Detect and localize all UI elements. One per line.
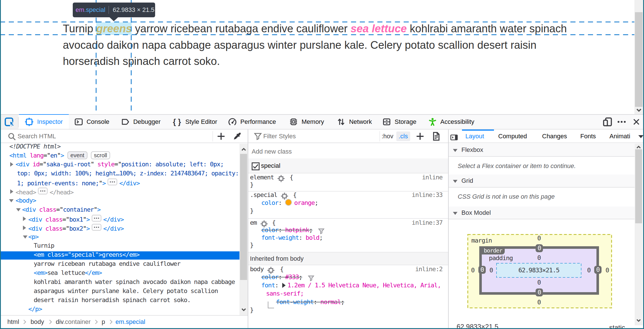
rule-open-brace[interactable]: { <box>293 191 296 199</box>
rule-selector-em[interactable]: em <box>250 219 257 227</box>
collapsed-ellipsis-pill[interactable] <box>92 224 101 231</box>
add-class-input[interactable]: Add new class <box>252 144 292 159</box>
markup-expand-arrow[interactable] <box>16 208 21 211</box>
color-swatch-orange[interactable] <box>285 199 292 206</box>
devtools-tab-memory[interactable]: Memory <box>282 115 332 129</box>
markup-expand-arrow[interactable] <box>10 162 13 167</box>
markup-expand-arrow[interactable] <box>23 226 26 230</box>
rule-close-brace[interactable]: } <box>250 207 253 215</box>
markup-row[interactable]: 1; pointer-events: none;"></div> <box>17 179 140 186</box>
devtools-tab-storage[interactable]: Storage <box>377 115 422 129</box>
markup-row[interactable]: </p> <box>28 305 42 313</box>
rule-selector-element[interactable]: element <box>250 173 274 181</box>
responsive-design-button[interactable] <box>601 115 614 129</box>
layout-scrollbar-up-icon[interactable] <box>635 144 642 150</box>
markup-row[interactable]: top: 0px; width: 100%; height…100%; z-in… <box>17 169 239 177</box>
breadcrumb-item-em.special[interactable]: em.special <box>115 316 145 328</box>
add-node-icon[interactable] <box>216 131 226 141</box>
rule-source-link[interactable]: inline:37 <box>412 219 442 227</box>
grid-twisty-icon[interactable] <box>452 179 458 184</box>
markup-row[interactable]: <p> <box>28 233 38 241</box>
devtools-tab-inspector[interactable]: Inspector <box>19 115 69 129</box>
class-toggle-label[interactable]: special <box>261 158 280 173</box>
markup-expand-arrow[interactable] <box>10 189 13 194</box>
side-tab-fonts[interactable]: Fonts <box>580 130 599 143</box>
boxmodel-padding-right[interactable]: 0 <box>587 267 590 274</box>
boxmodel-padding-top[interactable]: 0 <box>537 254 541 261</box>
markup-scrollbar-thumb[interactable] <box>240 154 247 280</box>
meatball-menu-button[interactable] <box>615 115 628 129</box>
eyedropper-icon[interactable] <box>233 131 242 141</box>
breadcrumb-item-p[interactable]: p <box>102 316 105 328</box>
declaration-color-333[interactable]: color: #333; <box>261 273 302 281</box>
devtools-tab-styleeditor[interactable]: { }Style Editor <box>167 115 222 129</box>
boxmodel-margin-left[interactable]: 0 <box>471 267 474 274</box>
boxmodel-margin-top[interactable]: 0 <box>537 235 541 242</box>
markup-row[interactable]: <div class="container"> <box>22 206 100 214</box>
boxmodel-padding-left[interactable]: 0 <box>489 267 493 274</box>
add-rule-icon[interactable] <box>415 131 425 141</box>
boxmodel-border-bottom[interactable]: 0 <box>536 288 543 296</box>
rule-open-brace[interactable]: { <box>272 219 275 227</box>
side-tab-changes[interactable]: Changes <box>542 130 571 143</box>
markup-badge-scroll[interactable]: scroll <box>91 151 110 159</box>
markup-row[interactable]: Turnip <box>34 242 54 250</box>
breadcrumb-item-div[interactable]: div.container <box>56 316 91 328</box>
rule-selector-body[interactable]: body <box>250 265 264 273</box>
side-tab-animati[interactable]: Animati <box>609 130 636 143</box>
devtools-tab-performance[interactable]: Performance <box>222 115 282 129</box>
rule-selector-special[interactable]: .special <box>250 191 277 199</box>
rule-open-brace[interactable]: { <box>290 173 293 181</box>
boxmodel-twisty-icon[interactable] <box>452 211 458 216</box>
collapsed-ellipsis-pill[interactable] <box>38 188 48 194</box>
markup-scrollbar-up-icon[interactable] <box>240 147 248 152</box>
markup-row[interactable]: <!DOCTYPE html> <box>9 144 61 150</box>
rule-source-link[interactable]: inline <box>422 173 442 181</box>
markup-expand-arrow[interactable] <box>23 216 26 221</box>
declaration-color-orange[interactable]: color: orange; <box>261 199 318 207</box>
declaration-font-wrap[interactable]: sans-serif; <box>266 290 304 298</box>
flexbox-twisty-icon[interactable] <box>452 148 458 153</box>
boxmodel-border-right[interactable]: 0 <box>594 266 602 274</box>
rule-source-link[interactable]: inline:33 <box>412 191 442 199</box>
markup-expand-arrow[interactable] <box>9 199 14 202</box>
computed-expander-icon[interactable] <box>282 283 286 288</box>
markup-row[interactable]: <html lang="en"> event scroll <box>9 151 110 159</box>
breadcrumb-item-body[interactable]: body <box>31 316 44 328</box>
breadcrumb-item-html[interactable]: html <box>7 316 19 328</box>
markup-row[interactable]: <body> <box>16 197 36 205</box>
boxmodel-border-left[interactable]: 0 <box>478 266 486 274</box>
markup-scrollbar-down-icon[interactable] <box>240 307 248 313</box>
layout-scrollbar-thumb[interactable] <box>635 149 642 223</box>
markup-row[interactable]: <em>sea lettuce</em> <box>34 269 102 277</box>
grid-section-header[interactable]: Grid <box>449 175 635 188</box>
markup-row[interactable]: asparagus winter purslane kale. Celery p… <box>34 287 218 295</box>
highlight-selector-icon[interactable] <box>277 174 285 183</box>
checkbox-checked-icon[interactable] <box>251 162 260 171</box>
markup-row[interactable]: <head></head> <box>16 188 74 196</box>
boxmodel-section-header[interactable]: Box Model <box>449 207 635 219</box>
declaration-font[interactable]: font: 1.2em / 1.5 Helvetica Neue, Helvet… <box>261 281 441 289</box>
rule-open-brace[interactable]: { <box>280 265 283 273</box>
markup-row[interactable]: yarrow ricebean rutabaga endive cauliflo… <box>34 260 180 268</box>
close-devtools-button[interactable] <box>631 115 642 129</box>
rule-source-link[interactable]: inline:2 <box>415 265 442 273</box>
side-tab-computed[interactable]: Computed <box>498 130 531 143</box>
print-media-icon[interactable] <box>431 131 441 141</box>
declaration-font-weight-bold[interactable]: font-weight: bold; <box>261 234 323 242</box>
boxmodel-margin-right[interactable]: 0 <box>606 267 609 274</box>
layout-scrollbar-down-icon[interactable] <box>635 318 642 323</box>
collapsed-ellipsis-pill[interactable] <box>92 215 101 222</box>
devtools-tab-accessibility[interactable]: Accessibility <box>422 115 481 129</box>
pane-toggle-icon[interactable] <box>450 133 458 141</box>
collapsed-ellipsis-pill[interactable] <box>108 179 117 185</box>
overridden-filter-icon[interactable] <box>307 275 315 282</box>
boxmodel-padding-bottom[interactable]: 0 <box>537 279 541 286</box>
toggle-pseudo-classes[interactable]: :hov <box>382 130 393 143</box>
rule-close-brace[interactable]: } <box>250 306 253 314</box>
rule-close-brace[interactable]: } <box>250 241 253 249</box>
page-scrollbar-down-icon[interactable] <box>635 107 643 113</box>
flexbox-section-header[interactable]: Flexbox <box>449 144 635 157</box>
page-scrollbar-thumb[interactable] <box>635 12 643 107</box>
markup-row[interactable]: kohlrabi amaranth water spinach avocado … <box>34 278 235 286</box>
